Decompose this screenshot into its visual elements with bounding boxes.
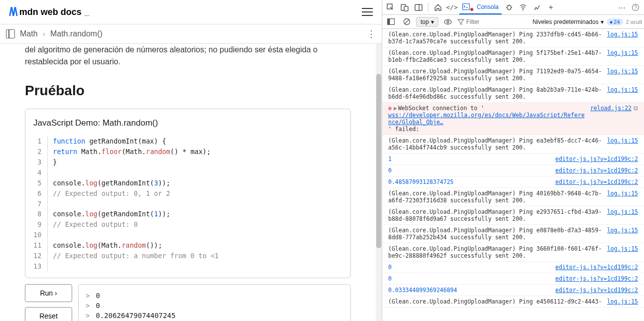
log-row: 0.033344899369246894editor-js.js?v=1cd19… (382, 285, 644, 296)
performance-icon[interactable] (531, 1, 543, 14)
more-menu-button[interactable]: ⋮ (367, 28, 376, 39)
log-source-link[interactable]: log.js:15 (607, 298, 638, 305)
log-row: (Glean.core.Upload.PingUploadManager) Pi… (382, 84, 644, 103)
main-content-pane: /\/\ mdn web docs _ Math › Math.random()… (0, 0, 382, 321)
svg-line-13 (405, 19, 409, 24)
error-url-link[interactable]: wss://developer.mozilla.org/es/docs/Web/… (388, 112, 585, 126)
home-icon[interactable] (431, 1, 444, 14)
reset-button[interactable]: Reset (25, 307, 72, 321)
log-source-link[interactable]: editor-js.js?v=1cd199c:2 (555, 264, 638, 271)
log-source-link[interactable]: log.js:15 (607, 49, 638, 63)
console-tab[interactable]: Consola (459, 0, 502, 14)
log-message: (Glean.core.Upload.PingUploadManager) Pi… (388, 137, 602, 151)
svg-point-7 (523, 9, 524, 10)
clear-console-icon[interactable] (400, 15, 413, 28)
log-message: 0 (388, 264, 550, 271)
log-source-link[interactable]: log.js:15 (607, 137, 638, 151)
log-row: 0editor-js.js?v=1cd199c:2 (382, 273, 644, 285)
svg-rect-2 (404, 6, 408, 11)
log-source-link[interactable]: editor-js.js?v=1cd199c:2 (555, 275, 638, 282)
log-row: 0.48587093128374725editor-js.js?v=1cd199… (382, 176, 644, 188)
log-source-link[interactable]: log.js:15 (607, 190, 638, 204)
mdn-logo[interactable]: /\/\ mdn web docs _ (9, 5, 90, 19)
expand-triangle-icon[interactable]: ▶ (394, 105, 397, 112)
breadcrumb-item[interactable]: Math.random() (50, 29, 103, 38)
scrollbar[interactable] (376, 44, 382, 321)
sidebar-toggle-icon[interactable] (6, 29, 15, 38)
inspect-icon[interactable] (384, 1, 397, 14)
output-line: >0 (86, 302, 343, 310)
log-row: 0editor-js.js?v=1cd199c:2 (382, 262, 644, 273)
more-icon[interactable]: ⋯ (615, 1, 628, 14)
code-demo-box: JavaScript Demo: Math.random() 123456789… (25, 109, 351, 278)
devtools-tabs: </> Consola + ⋯ ? (382, 0, 644, 15)
add-tab-icon[interactable]: + (544, 1, 557, 14)
log-message: (Glean.core.Upload.PingUploadManager) Pi… (388, 31, 602, 45)
svg-point-14 (444, 19, 451, 24)
svg-rect-3 (415, 4, 422, 10)
log-source-link[interactable]: log.js:15 (607, 227, 638, 241)
output-console: >0>0>0.20626479074407245 (78, 284, 351, 321)
log-row: (Glean.core.Upload.PingUploadManager) Pi… (382, 243, 644, 262)
device-icon[interactable] (398, 1, 411, 14)
log-source-link[interactable]: editor-js.js?v=1cd199c:2 (555, 156, 638, 162)
context-selector[interactable]: top ▾ (416, 17, 438, 27)
help-icon[interactable]: ? (629, 1, 642, 14)
error-icon: ⊗ (388, 105, 392, 112)
log-row: (Glean.core.Upload.PingUploadManager) Pi… (382, 66, 644, 84)
chevron-right-icon: › (43, 29, 45, 38)
hamburger-icon (362, 8, 373, 16)
log-message: (Glean.core.Upload.PingUploadManager) Pi… (388, 227, 602, 241)
log-row: (Glean.core.Upload.PingUploadManager) Pi… (382, 135, 644, 154)
log-message: (Glean.core.Upload.PingUploadManager) Pi… (388, 245, 602, 259)
output-line: >0 (86, 292, 343, 300)
scrollbar-thumb[interactable] (376, 74, 381, 248)
log-source-link[interactable]: editor-js.js?v=1cd199c:2 (555, 167, 638, 174)
menu-button[interactable] (362, 8, 373, 16)
svg-rect-11 (387, 19, 390, 25)
log-source-link[interactable]: reload.js:22 (590, 105, 632, 112)
site-header: /\/\ mdn web docs _ (0, 0, 382, 24)
code-area[interactable]: function getRandomInt(max) { return Math… (48, 136, 218, 272)
live-expression-icon[interactable] (441, 15, 454, 28)
line-gutter: 12345678910111213 (31, 136, 48, 272)
demo-title: JavaScript Demo: Math.random() (33, 118, 342, 128)
log-source-link[interactable]: log.js:15 (607, 86, 638, 100)
log-message: 0.48587093128374725 (388, 178, 550, 185)
log-row: (Glean.core.Upload.PingUploadManager) Pi… (382, 225, 644, 243)
log-source-link[interactable]: editor-js.js?v=1cd199c:2 (555, 178, 638, 185)
chevron-down-icon: ▾ (601, 18, 604, 25)
copy-icon[interactable]: ⧉ (634, 105, 638, 112)
elements-tab[interactable]: </> (445, 1, 458, 14)
console-log-area[interactable]: (Glean.core.Upload.PingUploadManager) Pi… (382, 29, 644, 321)
log-levels-selector[interactable]: Niveles predeterminados ▾ (533, 18, 604, 25)
network-icon[interactable] (517, 1, 530, 14)
issues-badge[interactable]: ●24 (607, 18, 623, 25)
output-line: >0.20626479074407245 (86, 312, 343, 320)
log-source-link[interactable]: editor-js.js?v=1cd199c:2 (555, 287, 638, 294)
hidden-count[interactable]: 2 ocult (626, 19, 642, 25)
log-row: (Glean.core.Upload.PingUploadManager) Pi… (382, 47, 644, 66)
svg-point-15 (447, 21, 449, 23)
demo-buttons: Run › Reset (25, 284, 72, 321)
log-source-link[interactable]: log.js:15 (607, 68, 638, 82)
panel-icon[interactable] (412, 1, 425, 14)
log-message: (Glean.core.Upload.PingUploadManager) Pi… (388, 208, 602, 222)
filter-input[interactable] (466, 18, 496, 25)
log-source-link[interactable]: log.js:15 (607, 31, 638, 45)
log-message: (Glean.core.Upload.PingUploadManager) Pi… (388, 298, 602, 305)
code-editor[interactable]: 12345678910111213 function getRandomInt(… (31, 136, 344, 272)
svg-rect-5 (463, 4, 470, 10)
toggle-sidebar-icon[interactable] (384, 15, 397, 28)
svg-text:?: ? (634, 5, 637, 10)
debugger-icon[interactable] (503, 1, 516, 14)
log-row: (Glean.core.Upload.PingUploadManager) Pi… (382, 206, 644, 225)
logo-mark-icon: /\/\ (9, 5, 16, 19)
run-button[interactable]: Run › (25, 284, 72, 302)
log-source-link[interactable]: log.js:15 (607, 245, 638, 259)
breadcrumb-item[interactable]: Math (20, 29, 38, 38)
log-message: (Glean.core.Upload.PingUploadManager) Pi… (388, 190, 602, 204)
log-source-link[interactable]: log.js:15 (607, 208, 638, 222)
log-message: (Glean.core.Upload.PingUploadManager) Pi… (388, 49, 602, 63)
intro-paragraph: del algoritmo de generación de números a… (25, 44, 351, 68)
